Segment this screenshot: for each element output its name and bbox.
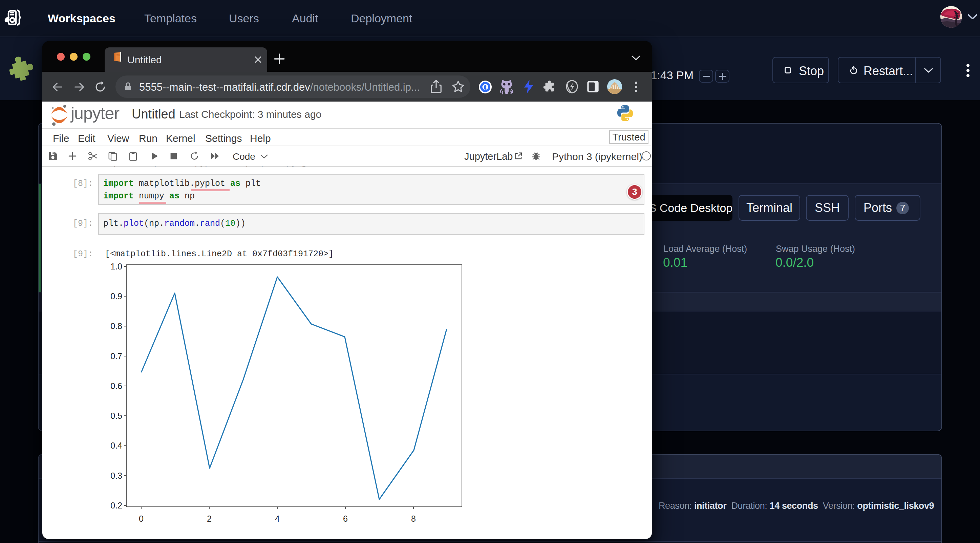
svg-text:4: 4 xyxy=(275,514,280,523)
svg-text:6: 6 xyxy=(343,514,348,523)
svg-text:2: 2 xyxy=(207,514,212,523)
svg-text:8: 8 xyxy=(411,514,416,523)
svg-text:0.5: 0.5 xyxy=(110,411,122,421)
svg-text:0.4: 0.4 xyxy=(110,441,122,450)
svg-text:0.9: 0.9 xyxy=(110,292,122,301)
svg-text:1.0: 1.0 xyxy=(110,262,122,271)
svg-text:0.7: 0.7 xyxy=(110,351,122,361)
svg-text:0.6: 0.6 xyxy=(110,381,122,391)
svg-text:0.2: 0.2 xyxy=(110,501,122,510)
svg-text:0.3: 0.3 xyxy=(110,471,122,480)
svg-text:0: 0 xyxy=(139,514,143,523)
svg-text:0.8: 0.8 xyxy=(110,321,122,331)
